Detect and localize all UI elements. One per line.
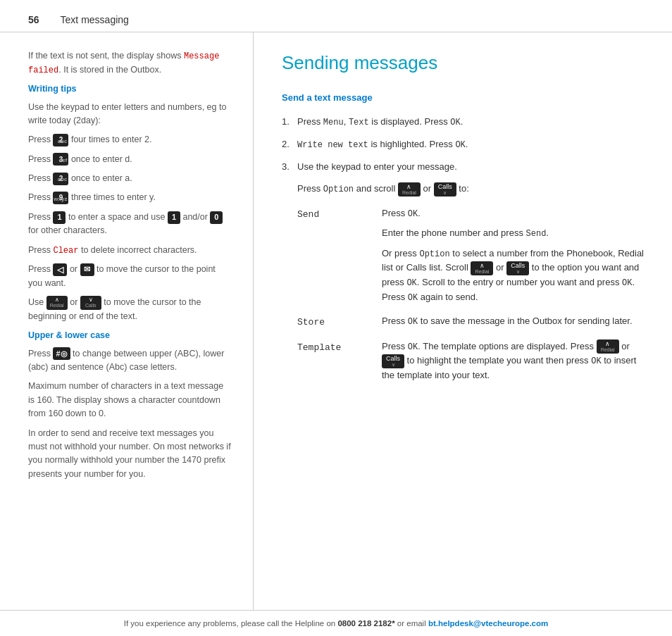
btn-calls-template: Calls∨: [382, 354, 404, 368]
writing-tips-title: Writing tips: [28, 82, 232, 96]
option-template: Template Press OK. The template options …: [297, 339, 644, 382]
withhold-para: In order to send and receive text messag…: [28, 427, 232, 482]
tip-cursor: Press ◁ or ✉ to move the cursor to the p…: [28, 263, 232, 290]
right-column: Sending messages Send a text message 1. …: [254, 32, 672, 610]
tip-2: Press 3def once to enter d.: [28, 153, 232, 166]
step-3-content: Use the keypad to enter your message.: [297, 160, 644, 174]
key-left-arrow: ◁: [53, 263, 67, 276]
footer-email[interactable]: bt.helpdesk@vtecheurope.com: [428, 619, 548, 628]
step-2: 2. Write new text is highlighted. Press …: [282, 137, 644, 151]
main-content: If the text is not sent, the display sho…: [0, 32, 672, 610]
key-hash: #◎: [53, 347, 70, 360]
btn-calls-down: ∨Calls: [80, 296, 101, 310]
key-2abc-a: 2abc: [53, 173, 68, 185]
page-footer: If you experience any problems, please c…: [0, 610, 672, 636]
option-send: Send Press OK. Enter the phone number an…: [297, 206, 644, 305]
key-2abc: 2abc: [53, 134, 68, 146]
step-1-content: Press Menu, Text is displayed. Press OK.: [297, 115, 644, 129]
left-column: If the text is not sent, the display sho…: [0, 32, 254, 610]
key-3def: 3def: [53, 153, 68, 166]
upper-lower-title: Upper & lower case: [28, 329, 232, 342]
tip-5: Press 1 to enter a space and use 1 and/o…: [28, 211, 232, 238]
section-heading: Sending messages: [282, 49, 644, 77]
key-9wxyz: 9wxyz: [53, 192, 68, 204]
key-1-other: 1: [168, 211, 180, 224]
intro-para: If the text is not sent, the display sho…: [28, 49, 232, 77]
option-send-desc: Press OK. Enter the phone number and pre…: [382, 206, 644, 305]
footer-or: or email: [397, 619, 428, 628]
footer-text: If you experience any problems, please c…: [124, 619, 335, 628]
page-number: 56: [28, 13, 39, 27]
btn-redial-step3: ∧Redial: [398, 182, 421, 197]
writing-tips-intro: Use the keypad to enter letters and numb…: [28, 101, 232, 128]
steps-list: 1. Press Menu, Text is displayed. Press …: [282, 115, 644, 174]
step-2-num: 2.: [282, 137, 297, 151]
option-template-label: Template: [297, 339, 382, 355]
option-store-desc: Press OK to save the message in the Outb…: [382, 314, 644, 329]
step-3-num: 3.: [282, 160, 297, 174]
btn-calls-step3: Calls∨: [434, 182, 456, 197]
step-1-num: 1.: [282, 115, 297, 129]
option-template-desc: Press OK. The template options are displ…: [382, 339, 644, 382]
options-table: Send Press OK. Enter the phone number an…: [297, 206, 644, 382]
key-1-space: 1: [53, 211, 66, 224]
option-send-label: Send: [297, 206, 382, 222]
step-1: 1. Press Menu, Text is displayed. Press …: [282, 115, 644, 129]
tip-3: Press 2abc once to enter a.: [28, 172, 232, 185]
btn-redial-send: ∧Redial: [471, 261, 493, 275]
tip-move: Use ∧Redial or ∨Calls to move the cursor…: [28, 296, 232, 323]
tip-1: Press 2abc four times to enter 2.: [28, 133, 232, 146]
option-store: Store Press OK to save the message in th…: [297, 314, 644, 330]
key-envelope: ✉: [80, 263, 94, 276]
tip-4: Press 9wxyz three times to enter y.: [28, 191, 232, 204]
upper-lower-para: Press #◎ to change between upper (ABC), …: [28, 347, 232, 375]
step-2-content: Write new text is highlighted. Press OK.: [297, 137, 644, 151]
sub-heading: Send a text message: [282, 91, 644, 105]
page-header: 56 Text messaging: [0, 0, 672, 32]
step-3: 3. Use the keypad to enter your message.: [282, 160, 644, 174]
footer-phone: 0800 218 2182*: [337, 619, 394, 628]
option-store-label: Store: [297, 314, 382, 330]
btn-calls-send: Calls∨: [506, 261, 529, 275]
btn-redial-up: ∧Redial: [46, 296, 68, 310]
tip-clear: Press Clear to delete incorrect characte…: [28, 244, 232, 258]
key-0: 0: [210, 211, 223, 224]
page-title: Text messaging: [61, 13, 129, 27]
btn-redial-template: ∧Redial: [597, 339, 619, 354]
max-chars-para: Maximum number of characters in a text m…: [28, 380, 232, 420]
step3-option-line: Press Option and scroll ∧Redial or Calls…: [297, 182, 644, 197]
